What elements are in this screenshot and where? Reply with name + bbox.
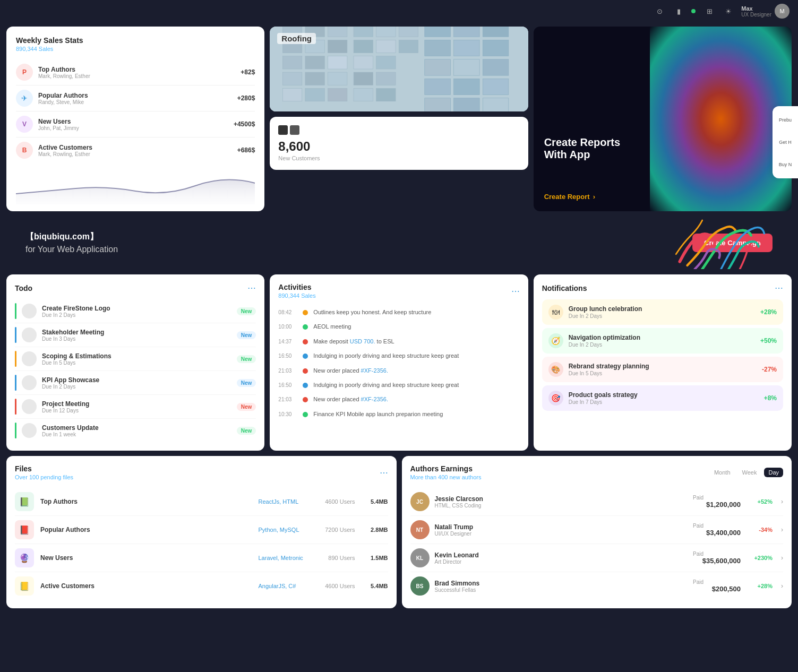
tab-day[interactable]: Day (764, 468, 783, 477)
act-link-7[interactable]: #XF-2356. (361, 396, 388, 402)
svg-rect-19 (425, 40, 451, 56)
customers-card: 8,600 New Customers (270, 117, 528, 170)
topbar: ⊙ ▮ ⊞ ☀ Max UX Designer M (0, 0, 798, 22)
main-content: Weekly Sales Stats 890,344 Sales P Top A… (0, 22, 798, 613)
author-avatar-2: NT (410, 520, 430, 539)
files-more-icon[interactable]: ⋯ (380, 468, 388, 478)
todo-item-3: Scoping & Estimations Due In 5 Days New (15, 347, 256, 371)
active-customers-info: Active Customers Mark, Rowling, Esther (38, 144, 237, 157)
notif-item-4: 🎯 Product goals strategy Due In 7 Days +… (542, 385, 783, 411)
grid-icon[interactable]: ⊞ (703, 5, 716, 18)
act-item-6: 16:50 Indulging in poorly driving and ke… (278, 378, 519, 392)
author-change-3: +230% (746, 555, 773, 561)
act-text-8: Finance KPI Mobile app launch preparion … (313, 410, 443, 418)
svg-rect-39 (376, 88, 396, 101)
act-item-1: 08:42 Outlines keep you honest. And keep… (278, 305, 519, 320)
todo-title: Todo (15, 284, 32, 292)
author-change-1: +52% (746, 498, 773, 505)
weekly-sales-card: Weekly Sales Stats 890,344 Sales P Top A… (6, 27, 264, 211)
row-1: Weekly Sales Stats 890,344 Sales P Top A… (6, 27, 792, 211)
svg-rect-42 (483, 98, 509, 111)
tab-week[interactable]: Week (738, 468, 761, 477)
todo-info-5: Project Meeting Due In 12 Days (42, 400, 231, 413)
roofing-label: Roofing (277, 33, 316, 44)
svg-rect-31 (376, 72, 396, 85)
mid-top-col: Roofing 8,600 New Customers (270, 27, 528, 211)
todo-bar-2 (15, 327, 16, 343)
todo-avatar-4 (22, 375, 37, 390)
file-icon-3: 🔮 (15, 548, 34, 567)
author-arrow-1[interactable]: › (781, 498, 783, 505)
todo-card: Todo ⋯ Create FireStone Logo Due In 2 Da… (6, 274, 264, 451)
svg-rect-15 (399, 40, 418, 53)
todo-bar-6 (15, 423, 16, 438)
author-item-1: JC Jessie Clarcson HTML, CSS Coding Paid… (410, 488, 784, 516)
customers-icons (278, 125, 519, 135)
author-info-1: Jessie Clarcson HTML, CSS Coding (435, 495, 688, 509)
svg-rect-33 (454, 79, 480, 94)
act-link-3[interactable]: USD 700. (350, 338, 375, 344)
weekly-sales-title: Weekly Sales Stats (16, 36, 255, 45)
reports-card: Create Reports With App Create Report › (534, 27, 792, 211)
author-arrow-3[interactable]: › (781, 554, 783, 562)
author-arrow-2[interactable]: › (781, 526, 783, 533)
user-name: Max (741, 5, 771, 12)
todo-avatar-3 (22, 351, 37, 366)
svg-rect-41 (454, 98, 480, 111)
user-info: Max UX Designer M (741, 4, 790, 19)
todo-item-1: Create FireStone Logo Due In 2 Days New (15, 299, 256, 323)
svg-rect-8 (305, 56, 324, 69)
todo-info-2: Stakeholder Meeting Due In 3 Days (42, 329, 231, 342)
sidebar-float-item-1[interactable]: Prebu (776, 110, 795, 130)
todo-item-6: Customers Update Due In 1 week New (15, 419, 256, 442)
act-item-5: 21:03 New order placed #XF-2356. (278, 364, 519, 378)
svg-rect-17 (454, 27, 480, 37)
todo-more-icon[interactable]: ⋯ (247, 283, 256, 293)
file-item-2: 📕 Popular Authors Python, MySQL 7200 Use… (15, 516, 388, 544)
svg-rect-16 (425, 27, 451, 37)
new-users-value: +4500$ (234, 120, 255, 128)
popular-authors-info: Popular Authors Randy, Steve, Mike (38, 92, 237, 105)
roofing-image: Roofing (270, 27, 528, 111)
todo-avatar-5 (22, 399, 37, 414)
top-authors-names: Mark, Rowling, Esther (38, 73, 241, 79)
svg-rect-32 (425, 79, 451, 94)
act-item-3: 14:37 Make deposit USD 700. to ESL (278, 334, 519, 349)
svg-rect-9 (328, 56, 347, 69)
tab-month[interactable]: Month (710, 468, 735, 477)
author-change-4: +28% (746, 583, 773, 589)
stats-item-new-users: V New Users John, Pat, Jimmy +4500$ (16, 111, 255, 137)
create-report-link[interactable]: Create Report › (544, 193, 781, 201)
notifications-more-icon[interactable]: ⋯ (775, 283, 783, 293)
act-text-3: Make deposit USD 700. to ESL (313, 338, 394, 346)
new-users-name: New Users (38, 118, 234, 125)
sun-icon[interactable]: ☀ (722, 5, 735, 18)
svg-rect-29 (328, 72, 347, 85)
act-dot-3 (303, 339, 308, 344)
search-icon[interactable]: ⊙ (653, 5, 666, 18)
file-icon-2: 📕 (15, 520, 34, 539)
svg-rect-40 (425, 98, 451, 111)
svg-rect-12 (399, 27, 418, 37)
act-link-5[interactable]: #XF-2356. (361, 367, 388, 374)
row-3: Todo ⋯ Create FireStone Logo Due In 2 Da… (6, 274, 792, 451)
svg-rect-37 (328, 88, 347, 101)
customers-number: 8,600 (278, 139, 519, 154)
notif-info-3: Rebrand strategy planning Due In 5 Days (569, 363, 757, 376)
notif-icon-4: 🎯 (548, 391, 563, 406)
status-dot (691, 9, 696, 13)
author-info-4: Brad Simmons Successful Fellas (435, 580, 688, 593)
bars-icon[interactable]: ▮ (672, 5, 685, 18)
svg-rect-3 (328, 27, 347, 37)
author-arrow-4[interactable]: › (781, 582, 783, 590)
svg-rect-6 (328, 40, 347, 53)
authors-earnings-card: Authors Earnings More than 400 new autho… (402, 456, 792, 608)
svg-rect-10 (354, 27, 373, 37)
notif-item-2: 🧭 Navigation optimization Due In 2 Days … (542, 328, 783, 354)
notif-info-4: Product goals strategy Due In 7 Days (569, 391, 759, 405)
activities-more-icon[interactable]: ⋯ (511, 286, 520, 296)
top-authors-value: +82$ (241, 68, 255, 76)
act-item-2: 10:00 AEOL meeting (278, 320, 519, 334)
act-item-4: 16:50 Indulging in poorly driving and ke… (278, 349, 519, 363)
files-header: Files Over 100 pending files ⋯ (15, 464, 388, 480)
